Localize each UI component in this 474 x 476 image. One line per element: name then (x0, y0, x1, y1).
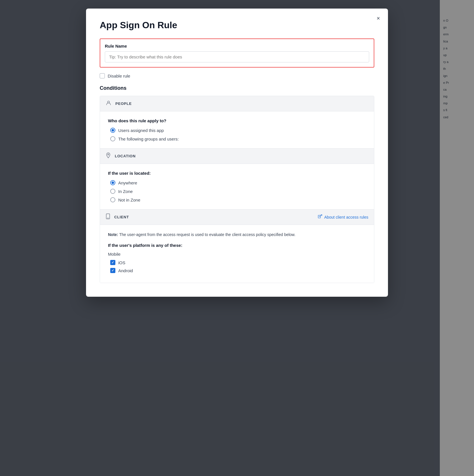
disable-rule-checkbox[interactable] (100, 73, 105, 78)
radio-label-not-in-zone: Not in Zone (118, 198, 140, 202)
android-checkbox[interactable] (110, 268, 115, 273)
radio-item-following-groups[interactable]: The following groups and users: (110, 136, 366, 141)
client-note: Note: The user-agent from the access req… (108, 232, 366, 238)
platform-question: If the user's platform is any of these: (108, 243, 366, 248)
close-button[interactable]: × (375, 14, 381, 22)
about-link-icon (318, 214, 322, 220)
radio-item-not-in-zone[interactable]: Not in Zone (110, 197, 366, 202)
radio-label-in-zone: In Zone (118, 189, 133, 194)
mobile-group-label: Mobile (108, 252, 366, 257)
location-radio-group: Anywhere In Zone Not in Zone (108, 180, 366, 202)
radio-item-anywhere[interactable]: Anywhere (110, 180, 366, 185)
client-section-header: CLIENT (100, 209, 374, 225)
ios-label: iOS (118, 260, 125, 265)
location-section-body: If the user is located: Anywhere In Zone (100, 164, 374, 209)
radio-following-groups[interactable] (110, 136, 115, 141)
radio-label-users-assigned: Users assigned this app (118, 128, 164, 133)
radio-users-assigned[interactable] (110, 128, 115, 133)
client-icon (106, 213, 110, 221)
conditions-card: PEOPLE Who does this rule apply to? User… (100, 96, 374, 283)
android-checkbox-item: Android (108, 268, 366, 273)
about-link-label: About client access rules (324, 215, 368, 219)
rule-name-section: Rule Name (100, 38, 374, 68)
about-link-container: About client access rules (318, 214, 368, 220)
people-icon (106, 100, 111, 107)
about-client-access-rules-link[interactable]: About client access rules (318, 214, 368, 220)
radio-label-anywhere: Anywhere (118, 180, 137, 185)
people-section-body: Who does this rule apply to? Users assig… (100, 111, 374, 149)
disable-rule-label: Disable rule (108, 74, 130, 78)
location-header-label: LOCATION (115, 154, 136, 158)
modal-title: App Sign On Rule (100, 20, 374, 30)
note-content: The user-agent from the access request i… (118, 232, 295, 237)
client-header-label: CLIENT (114, 215, 129, 219)
radio-item-in-zone[interactable]: In Zone (110, 189, 366, 194)
location-section-header: LOCATION (100, 149, 374, 164)
radio-in-zone[interactable] (110, 189, 115, 194)
radio-not-in-zone[interactable] (110, 197, 115, 202)
conditions-title: Conditions (100, 85, 374, 91)
people-radio-group: Users assigned this app The following gr… (108, 128, 366, 141)
ios-checkbox-item: iOS (108, 260, 366, 265)
rule-name-input[interactable] (105, 51, 369, 62)
rule-name-label: Rule Name (105, 44, 369, 48)
svg-point-1 (108, 154, 109, 155)
location-icon (106, 152, 111, 160)
people-header-label: PEOPLE (115, 101, 132, 106)
radio-item-users-assigned[interactable]: Users assigned this app (110, 128, 366, 133)
location-question: If the user is located: (108, 171, 366, 176)
client-section-body: Note: The user-agent from the access req… (100, 225, 374, 283)
android-label: Android (118, 268, 133, 273)
radio-label-following-groups: The following groups and users: (118, 137, 179, 141)
people-question: Who does this rule apply to? (108, 118, 366, 123)
note-bold: Note: (108, 232, 118, 237)
app-sign-on-rule-modal: × App Sign On Rule Rule Name Disable rul… (86, 9, 388, 297)
radio-anywhere[interactable] (110, 180, 115, 185)
ios-checkbox[interactable] (110, 260, 115, 265)
disable-rule-row: Disable rule (100, 73, 374, 78)
people-section-header: PEOPLE (100, 96, 374, 111)
